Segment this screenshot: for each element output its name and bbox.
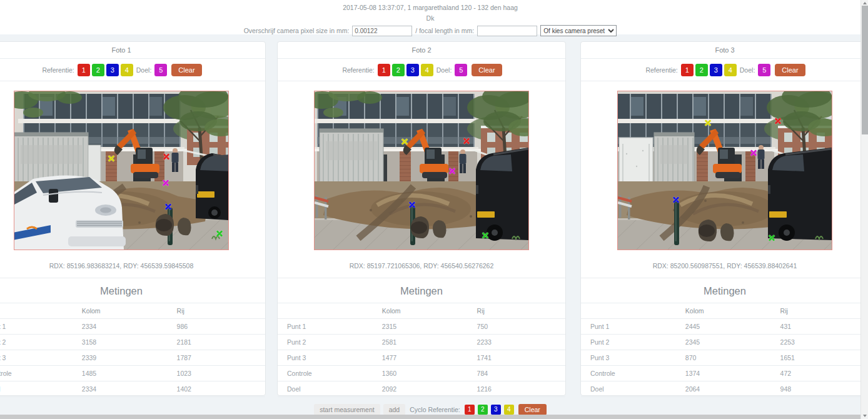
scrollbar-thumb[interactable] [862,6,868,134]
cell-kolom: 1374 [676,366,771,381]
cell-kolom: 1360 [373,366,468,381]
marker-doel-icon[interactable] [750,149,757,156]
row-label: Punt 2 [278,335,373,350]
start-measurement-button[interactable]: start measurement [314,404,380,415]
table-row: Punt 12334986 [0,319,265,335]
marker-ref-4-icon[interactable] [704,119,712,126]
panel-title: Foto 2 [278,42,565,59]
focal-length-label: / focal length in mm: [415,27,474,34]
table-row: Punt 314771741 [278,350,565,366]
cell-kolom: 870 [676,350,771,366]
rd-coordinates: RDX: 85200.560987551, RDY: 456539.884026… [581,262,868,278]
topbar: 2017-05-08 13:37:07, 1 margarethaland 12… [0,0,860,34]
cyclo-clear-button[interactable]: Clear [518,404,547,415]
ref-button-3[interactable]: 3 [710,64,722,76]
cell-rij: 750 [468,319,565,335]
ref-button-4[interactable]: 4 [121,64,133,76]
marker-ref-2-icon[interactable] [768,234,775,241]
row-label: Controle [0,366,73,381]
metingen-table: Kolom Rij Punt 12315750Punt 225812233Pun… [278,303,565,397]
table-row: Punt 231582181 [0,335,265,350]
ref-button-1[interactable]: 1 [378,64,390,76]
cell-rij: 784 [468,366,565,381]
doel-button-5[interactable]: 5 [154,64,167,76]
scroll-down-icon[interactable] [863,415,867,417]
table-header-row: Kolom Rij [278,303,565,319]
cell-rij: 986 [168,319,265,335]
pixel-size-input[interactable] [352,26,412,36]
marker-doel-icon[interactable] [448,168,456,175]
photo-2[interactable] [314,91,529,250]
ref-button-3[interactable]: 3 [106,64,119,76]
row-label: Punt 1 [581,319,676,335]
ref-button-1[interactable]: 1 [681,64,694,76]
photo-1[interactable] [14,91,229,250]
add-button[interactable]: add [383,404,406,415]
scroll-up-icon[interactable] [863,2,867,4]
ref-button-2[interactable]: 2 [392,64,405,76]
panel-title: Foto 3 [581,42,868,59]
cell-rij: 1787 [168,350,265,366]
cell-kolom: 2334 [73,381,168,397]
photo-scene [618,91,832,250]
vertical-scrollbar[interactable] [860,0,868,419]
cyclo-ref-button-3[interactable]: 3 [491,405,501,415]
reference-toolbar: Referentie: 1 2 3 4 Doel: 5 Clear [278,59,565,81]
marker-ref-2-icon[interactable] [216,230,223,238]
col-kolom: Kolom [676,303,771,319]
metingen-title: Metingen [278,278,565,303]
cell-kolom: 1485 [73,366,168,381]
cell-rij: 431 [771,319,868,335]
referentie-label: Referentie: [645,66,677,74]
marker-ref-3-icon[interactable] [164,203,172,211]
cell-kolom: 2064 [676,381,771,397]
cell-kolom: 3158 [73,335,168,350]
cyclo-referentie-label: Cyclo Referentie: [410,406,460,413]
ref-button-3[interactable]: 3 [406,64,419,76]
table-row: Punt 323391787 [0,350,265,366]
cyclo-ref-button-4[interactable]: 4 [504,405,514,415]
bottom-scrollbar[interactable] [0,415,860,419]
focal-length-input[interactable] [477,26,537,36]
row-label: Doel [278,381,373,397]
marker-ref-2-icon[interactable] [482,232,489,240]
marker-ref-4-icon[interactable] [401,138,408,145]
ref-button-2[interactable]: 2 [695,64,708,76]
cell-kolom: 2445 [676,319,771,335]
cell-rij: 2253 [771,335,868,350]
clear-button[interactable]: Clear [775,64,805,76]
marker-ref-1-icon[interactable] [774,117,782,124]
clear-button[interactable]: Clear [472,64,502,76]
cyclo-ref-button-1[interactable]: 1 [465,405,475,415]
doel-button-5[interactable]: 5 [758,64,770,76]
clear-button[interactable]: Clear [171,64,201,76]
metingen-table: Kolom Rij Punt 12334986Punt 231582181Pun… [0,303,265,397]
marker-doel-icon[interactable] [162,179,169,186]
row-label: Punt 2 [581,335,676,350]
table-row: Punt 225812233 [278,335,565,350]
panel-title: Foto 1 [0,42,265,59]
pixel-size-label: Overschrijf camera pixel size in mm: [244,27,350,34]
col-empty [0,303,73,319]
marker-ref-1-icon[interactable] [163,153,170,160]
cell-kolom: 2315 [373,319,468,335]
metingen-table: Kolom Rij Punt 12445431Punt 223452253Pun… [581,303,868,397]
marker-ref-1-icon[interactable] [463,137,470,144]
cyclo-ref-button-2[interactable]: 2 [478,405,488,415]
ref-button-2[interactable]: 2 [92,64,104,76]
session-subtitle: Dk [0,12,860,23]
ref-button-4[interactable]: 4 [724,64,737,76]
marker-ref-4-icon[interactable] [108,155,115,163]
photo-area: RDX: 85200.560987551, RDY: 456539.884026… [581,81,868,278]
camera-preset-select[interactable]: Of kies camera preset [540,25,617,36]
table-row: Controle1360784 [278,366,565,381]
marker-ref-3-icon[interactable] [408,201,416,209]
photo-3[interactable] [617,91,832,250]
row-label: Controle [278,366,373,381]
table-row: Punt 12445431 [581,319,868,335]
ref-button-4[interactable]: 4 [421,64,433,76]
ref-button-1[interactable]: 1 [78,64,90,76]
marker-ref-3-icon[interactable] [672,196,680,204]
doel-button-5[interactable]: 5 [455,64,467,76]
rd-coordinates: RDX: 85196.983683214, RDY: 456539.598455… [0,262,265,278]
